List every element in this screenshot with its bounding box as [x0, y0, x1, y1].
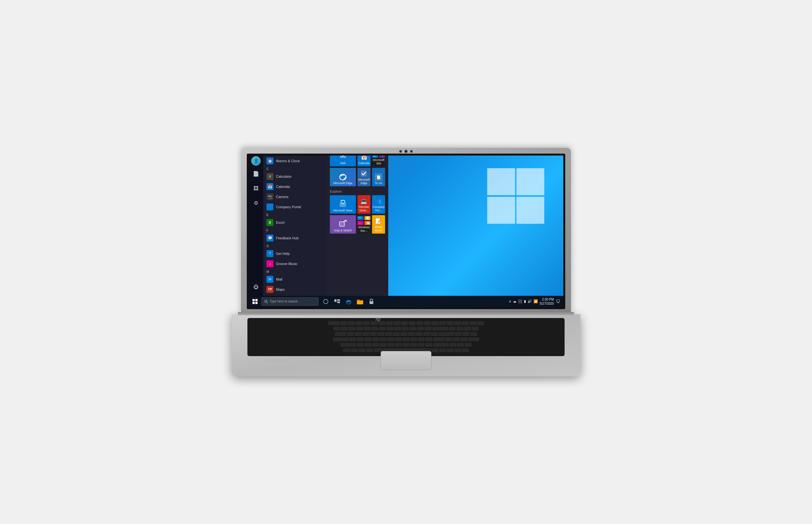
key-rshift: [433, 343, 449, 347]
key-d: [365, 338, 371, 342]
key-f4: [363, 321, 370, 326]
volume-icon[interactable]: 🔊: [527, 299, 532, 304]
svg-rect-3: [517, 197, 544, 224]
key-esc: [328, 321, 339, 326]
taskbar-taskview-icon[interactable]: [333, 297, 341, 306]
taskbar-time: 2:30 PM: [540, 297, 554, 301]
win-sec-label: Windows Sec...: [358, 226, 370, 233]
key-2: [349, 327, 356, 331]
taskbar-clock[interactable]: 2:30 PM 5/27/2020: [540, 297, 554, 306]
tile-calendar[interactable]: 📅 Calendar: [357, 155, 371, 166]
key-num4: [455, 332, 462, 337]
tile-sticky-notes[interactable]: 📝 Sticky Notes: [372, 215, 385, 234]
tile-mail[interactable]: ✉ Mail: [330, 155, 356, 166]
key-lalt: [366, 348, 373, 353]
app-calculator[interactable]: # Calculator: [263, 171, 327, 182]
taskbar-search-icon[interactable]: [322, 297, 330, 306]
app-maps[interactable]: 🗺 Maps: [263, 284, 327, 295]
camera-label: Camera: [276, 195, 288, 199]
start-button[interactable]: [250, 296, 260, 307]
key-3: [356, 327, 363, 331]
app-excel[interactable]: X Excel: [263, 217, 327, 228]
app-feedback-hub[interactable]: 💬 Feedback Hub: [263, 233, 327, 243]
tile-windows-sec[interactable]: 🛡 📝 ♪ 📰 Windows Sec...: [357, 215, 371, 234]
windows-start-icon: [253, 299, 257, 304]
key-c: [372, 343, 379, 347]
key-num2: [453, 338, 460, 342]
company-portal-tile-icon: 👥: [375, 198, 382, 204]
key-q: [347, 332, 354, 337]
tile-snip-sketch[interactable]: Snip & Sketch: [330, 215, 356, 234]
calendar-label: Calendar: [276, 185, 290, 189]
key-capslock: [333, 338, 349, 342]
app-calendar[interactable]: 📅 Calendar: [263, 182, 327, 192]
key-minus: [417, 327, 424, 331]
app-camera[interactable]: 📷 Camera: [263, 192, 327, 202]
battery-icon[interactable]: ▮: [524, 299, 526, 304]
sidebar-documents-icon[interactable]: 📄: [250, 168, 262, 180]
system-tray-chevron[interactable]: ∧: [509, 299, 511, 304]
app-get-help[interactable]: ? Get Help: [263, 248, 327, 259]
key-num5: [462, 332, 470, 337]
key-fn: [343, 348, 350, 353]
sidebar-settings-icon[interactable]: ⚙: [250, 197, 262, 210]
app-mail[interactable]: ✉ Mail: [263, 274, 327, 284]
key-o: [408, 332, 415, 337]
tile-edge[interactable]: Microsoft Edge: [330, 168, 356, 186]
key-ins: [439, 321, 446, 326]
key-s: [357, 338, 364, 342]
maps-icon: 🗺: [267, 286, 273, 293]
svg-rect-13: [253, 302, 255, 304]
sidebar-pictures-icon[interactable]: 🖼: [250, 182, 262, 195]
tile-todo[interactable]: Microsoft Edge: [357, 168, 371, 186]
key-backspace: [432, 327, 448, 331]
tile-whiteboard[interactable]: 📋 To Do: [372, 168, 385, 186]
feedback-hub-icon: 💬: [267, 234, 273, 242]
desktop-windows-logo: [484, 165, 547, 227]
app-alarms-clock[interactable]: ⏰ Alarms & Clock: [263, 156, 327, 166]
network-icon[interactable]: ☁: [513, 299, 517, 304]
app-groove-music[interactable]: ♪ Groove Music: [263, 259, 327, 269]
taskbar-security-icon[interactable]: [367, 297, 375, 306]
alarms-label: Alarms & Clock: [276, 159, 300, 163]
user-avatar[interactable]: 👤: [251, 156, 261, 166]
key-enter: [433, 338, 444, 342]
store-tile-icon: [338, 199, 347, 208]
taskbar-edge-icon[interactable]: [344, 297, 353, 306]
alarms-icon: ⏰: [267, 158, 273, 164]
key-1: [341, 327, 348, 331]
tile-store[interactable]: Microsoft Store: [330, 195, 356, 214]
key-a: [349, 338, 356, 342]
key-f2: [348, 321, 355, 326]
key-6: [379, 327, 386, 331]
taskbar-explorer-icon[interactable]: [356, 297, 364, 306]
touchpad[interactable]: [380, 351, 432, 370]
tile-remote-desktop[interactable]: 💻 Remote Desk...: [357, 195, 371, 214]
store-tile-label: Microsoft Store: [333, 209, 353, 212]
task-view-icon: [334, 299, 340, 304]
taskbar-pinned-icons: [322, 297, 375, 306]
key-rbracket: [431, 332, 438, 337]
key-b: [387, 343, 394, 347]
excel-label: Excel: [276, 220, 285, 224]
search-icon: [264, 300, 268, 304]
notification-icon[interactable]: 🗨: [556, 299, 560, 304]
tile-company-portal[interactable]: 👥 Company Por...: [372, 195, 385, 214]
key-f12: [424, 321, 431, 326]
get-help-label: Get Help: [276, 252, 290, 256]
remote-desktop-tile-icon: 💻: [361, 198, 367, 204]
key-f7: [386, 321, 393, 326]
key-e: [362, 332, 369, 337]
app-company-portal[interactable]: 👤 Company Portal: [263, 202, 327, 212]
key-row-function: [251, 321, 561, 326]
wifi-icon[interactable]: 📶: [534, 299, 538, 304]
taskbar-search-box[interactable]: Type here to search: [261, 297, 319, 306]
get-help-icon: ?: [267, 250, 273, 257]
tile-ms365[interactable]: W P O T Microsoft 365: [372, 155, 385, 166]
key-row-asdf: [251, 338, 561, 342]
key-x: [365, 343, 371, 347]
key-period: [418, 343, 425, 347]
onedrive-icon[interactable]: ⬛: [518, 299, 522, 304]
sidebar-power-icon[interactable]: ⏻: [250, 281, 262, 293]
camera-icon: 📷: [267, 193, 273, 200]
